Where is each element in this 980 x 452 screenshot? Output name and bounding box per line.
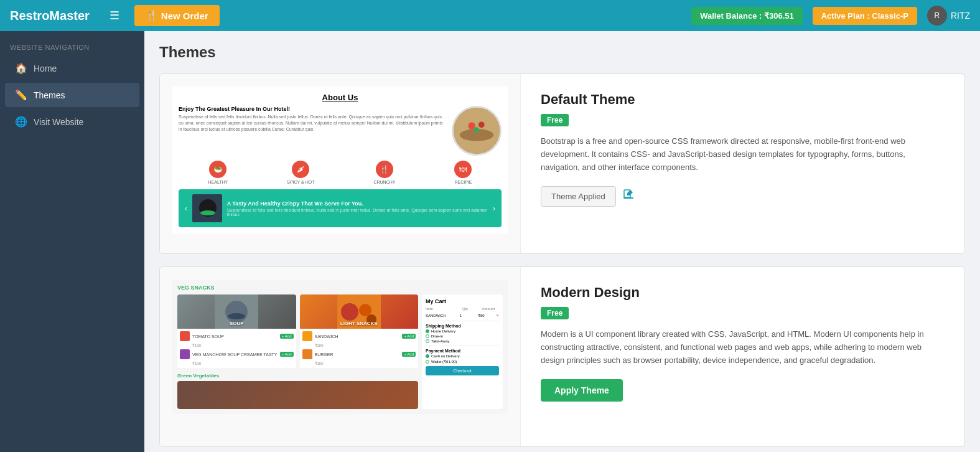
food-card-snacks: LIGHT SNACKS SANDWICH + Add ₹100 <box>300 294 419 368</box>
food-card-soup: SOUP TOMATO SOUP + Add ₹100 <box>177 294 296 368</box>
theme-info-modern: Modern Design Free Modern is a UI compon… <box>521 267 964 446</box>
cart-item-name: SANDWICH <box>426 314 457 318</box>
payment-method-label: Payment Method <box>426 349 499 353</box>
spicy-icon: 🌶 <box>292 161 309 178</box>
crunchy-label: CRUNCHY <box>373 180 395 184</box>
preview-icons-row: 🥗 HEALTHY 🌶 SPICY & HOT 🍴 CRUNCHY � <box>179 161 502 184</box>
checkout-button[interactable]: Checkout <box>426 366 499 375</box>
preview-about-title: About Us <box>179 93 502 102</box>
preview-banner: ‹ <box>179 189 502 227</box>
fork-icon: 🍴 <box>146 10 157 21</box>
svg-point-7 <box>200 210 215 215</box>
modern-theme-name: Modern Design <box>541 285 945 301</box>
cart-item-qty: 1 <box>460 314 475 318</box>
home-icon: 🏠 <box>15 62 27 74</box>
payment-cod-row: Cash on Delivery <box>426 354 499 358</box>
cart-col-qty: Qty <box>462 307 480 311</box>
brush-icon: ✏️ <box>15 89 27 101</box>
snacks-card-img: LIGHT SNACKS <box>300 294 419 329</box>
healthy-icon: 🥗 <box>209 161 226 178</box>
recipe-icon-item: 🍽 RECIPIE <box>454 161 472 184</box>
arrow-right-btn[interactable]: › <box>493 204 495 213</box>
healthy-icon-item: 🥗 HEALTHY <box>208 161 228 184</box>
svg-point-14 <box>341 303 358 321</box>
recipe-label: RECIPIE <box>454 180 472 184</box>
hamburger-button[interactable]: ☰ <box>105 6 124 25</box>
default-theme-name: Default Theme <box>541 92 945 108</box>
preview-modern-wrap: SOUP TOMATO SOUP + Add ₹100 <box>177 294 503 409</box>
wallet-balance-badge: Wallet Balance : ₹306.51 <box>691 7 803 25</box>
svg-point-3 <box>478 121 485 128</box>
svg-point-11 <box>225 301 248 323</box>
sidebar-item-themes[interactable]: ✏️ Themes <box>5 83 139 107</box>
soup-card-img: SOUP <box>177 294 296 329</box>
cart-title: My Cart <box>426 298 499 304</box>
manchow-add-btn[interactable]: + Add <box>280 352 294 357</box>
apply-theme-button[interactable]: Apply Theme <box>541 379 623 402</box>
soup-item-list: TOMATO SOUP + Add ₹100 VEG MANCHOW SOUP … <box>177 329 296 368</box>
test-img-row <box>177 381 418 409</box>
modern-theme-badge: Free <box>541 307 569 319</box>
soup-label: SOUP <box>230 321 244 326</box>
spicy-label: SPICY & HOT <box>287 180 314 184</box>
sidebar-item-visit-website[interactable]: 🌐 Visit Website <box>5 110 139 134</box>
shipping-takeaway-row: Take-Away <box>426 339 499 343</box>
theme-info-default: Default Theme Free Bootstrap is a free a… <box>521 74 964 253</box>
preview-veg-snacks-label: VEG SNACKS <box>177 285 503 291</box>
preview-about-para: Suspendisse id felis sed felis tincidunt… <box>179 114 447 132</box>
svg-point-12 <box>228 313 245 319</box>
cart-item-price: ₹80 <box>478 313 493 318</box>
active-plan-badge: Active Plan : Classic-P <box>813 7 917 25</box>
payment-wallet-radio[interactable] <box>426 360 429 364</box>
food-item-manchow: VEG MANCHOW SOUP CREAMEE TASTY + Add <box>180 349 294 359</box>
svg-point-15 <box>359 304 371 316</box>
sandwich-name: SANDWICH <box>315 334 400 339</box>
cart-item-remove[interactable]: × <box>496 313 499 318</box>
tomato-soup-add-btn[interactable]: + Add <box>280 334 294 339</box>
banner-sub: Suspendisse id felis sed felis tincidunt… <box>227 208 488 217</box>
shipping-takeaway-label: Take-Away <box>431 339 449 343</box>
sidebar-section-label: WEBSITE NAVIGATION <box>0 37 144 55</box>
sidebar-item-home[interactable]: 🏠 Home <box>5 56 139 80</box>
avatar: R <box>927 6 947 26</box>
globe-icon: 🌐 <box>15 116 27 128</box>
sandwich-thumb <box>302 331 312 341</box>
sandwich-price: ₹100 <box>315 343 416 347</box>
shipping-home-radio[interactable] <box>426 329 429 333</box>
snacks-label: LIGHT SNACKS <box>340 321 378 326</box>
tomato-soup-thumb <box>180 331 190 341</box>
payment-wallet-label: Wallet (₹61.00) <box>431 359 457 364</box>
shipping-takeaway-radio[interactable] <box>426 339 429 343</box>
new-order-label: New Order <box>161 11 208 21</box>
crunchy-icon: 🍴 <box>376 161 393 178</box>
main-content: Themes About Us Enjoy The Greatest Pleas… <box>144 31 980 452</box>
banner-title: A Tasty And Healthy Crispy That We Serve… <box>227 200 488 207</box>
food-image-circle <box>452 106 502 156</box>
new-order-button[interactable]: 🍴 New Order <box>134 5 220 26</box>
payment-cod-radio[interactable] <box>426 354 429 358</box>
banner-left-img <box>192 194 222 222</box>
sandwich-add-btn[interactable]: + Add <box>402 334 416 339</box>
cart-col-amount: Amount <box>482 307 500 311</box>
shipping-dine-radio[interactable] <box>426 334 429 338</box>
healthy-label: HEALTHY <box>208 180 228 184</box>
shipping-method-label: Shipping Method <box>426 324 499 328</box>
manchow-thumb <box>180 349 190 359</box>
food-item-tomato-soup: TOMATO SOUP + Add <box>180 331 294 341</box>
sidebar-item-label: Visit Website <box>34 117 83 127</box>
shipping-dine-row: Dine-in <box>426 334 499 338</box>
theme-card-modern: VEG SNACKS <box>159 266 965 447</box>
burger-add-btn[interactable]: + Add <box>402 352 416 357</box>
burger-name: BURGER <box>315 352 400 357</box>
preview-modern-content: VEG SNACKS <box>172 280 508 414</box>
edit-theme-button[interactable] <box>622 189 635 204</box>
sidebar-item-label: Home <box>34 64 57 73</box>
sidebar-item-label: Themes <box>34 90 65 100</box>
recipe-icon: 🍽 <box>454 161 472 178</box>
food-item-sandwich: SANDWICH + Add <box>302 331 416 341</box>
top-navbar: RestroMaster ☰ 🍴 New Order Wallet Balanc… <box>0 0 980 31</box>
page-title: Themes <box>159 44 965 61</box>
arrow-left-btn[interactable]: ‹ <box>185 204 187 213</box>
svg-point-4 <box>474 127 479 132</box>
crunchy-icon-item: 🍴 CRUNCHY <box>373 161 395 184</box>
